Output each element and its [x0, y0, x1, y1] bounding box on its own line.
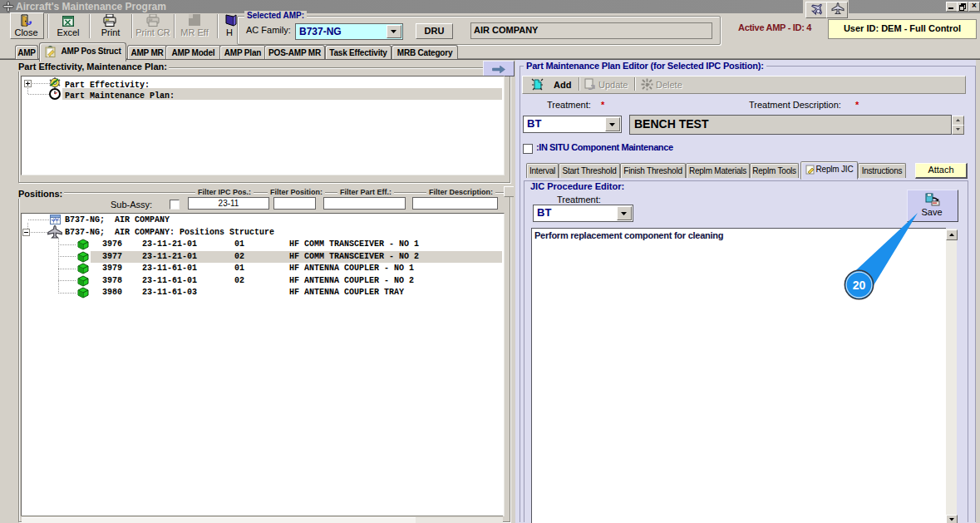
- svg-text:20: 20: [853, 279, 866, 292]
